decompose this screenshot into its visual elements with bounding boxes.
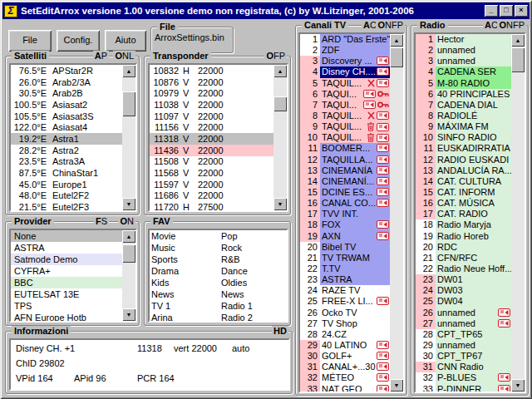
file-button[interactable]: File [8,30,52,52]
fav-row[interactable]: TV 1Radio 1 [150,300,287,312]
satellite-row[interactable]: 87.5°EChinaStar1 [11,167,122,179]
fav-row[interactable]: MusicRock [150,242,287,254]
tv-channel-row[interactable]: 7TAQUI... [300,100,390,111]
fav-tv-list-name[interactable]: News [151,289,221,299]
tv-channel-row[interactable]: 32MÉTEO [300,372,390,383]
radio-channel-row[interactable]: 7CADENA DIAL [416,100,511,111]
radio-channel-row[interactable]: 18Radio Maryja [416,219,511,230]
radio-channel-row[interactable]: 28CPT_TP65 [416,329,511,340]
tv-channel-row[interactable]: 21TV TRWAM [300,253,390,264]
provider-row[interactable]: None [11,230,122,242]
provider-row[interactable]: Satmode Demo [11,254,122,265]
fav-row[interactable]: ArinaRadio 2 [150,312,287,323]
transponders-list[interactable]: 10832H2200010876V2200010979V2200011038V2… [148,63,288,212]
radio-channel-row[interactable]: 15CAT. INFORM [416,187,511,198]
scroll-up-icon[interactable]: ▲ [390,34,403,47]
fav-row[interactable]: NewsNews [150,288,287,300]
tv-channel-row[interactable]: 8TAQUIL... [300,111,390,121]
fav-radio-list-name[interactable]: Rock [221,243,242,253]
provider-row[interactable]: TPS [11,300,122,312]
fav-tv-list-name[interactable]: Arina [151,313,221,323]
minimize-button[interactable]: _ [485,5,498,17]
tv-channel-row[interactable]: 31CANAL+...30 [300,362,390,372]
tv-channel-row[interactable]: 24RAZE TV [300,285,390,296]
tv-channel-row[interactable]: 11BOOMER... [300,143,390,154]
satellites-list[interactable]: 76.5°EAPStar2R26.0°EArab2/3A30.5°EArab2B… [9,63,137,212]
satellites-sort-onl[interactable]: ONL [113,51,135,61]
scrollbar-thumb[interactable] [122,91,135,116]
tv-channel-row[interactable]: 1ARD "Das Erste" [300,34,390,45]
satellite-row[interactable]: 23.5°EAstra3A [11,156,122,168]
tv-channel-row[interactable]: 4Disney CH.... [300,66,390,77]
transponder-row[interactable]: 11038V22000 [150,99,273,111]
provider-row[interactable]: BBC [11,277,122,288]
tv-channel-row[interactable]: 25FREE-X LI... [300,296,390,307]
tv-channel-row[interactable]: 16CANAL CO... [300,198,390,209]
radio-channel-row[interactable]: 31CNN Radio [416,362,511,372]
tv-channel-row[interactable]: 12TAQUILLA... [300,155,390,165]
provider-row[interactable]: AFN Europe Hotb [11,312,122,323]
radio-channel-list[interactable]: 1Hector2unnamed3unnamed4CADENA SER5M-80 … [414,32,526,393]
radio-channel-row[interactable]: 9MÁXIMA FM [416,121,511,132]
fav-tv-list-name[interactable]: TV 1 [151,301,221,311]
radio-channel-row[interactable]: 30CPT_TP67 [416,351,511,362]
radio-channel-row[interactable]: 12RADIO EUSKADI [416,155,511,165]
radio-channel-row[interactable]: 25DW04 [416,296,511,307]
satellite-row[interactable]: 100.5°EAsiasat2 [11,99,122,111]
scroll-down-icon[interactable]: ▼ [122,308,135,321]
radio-channel-row[interactable]: 20RDC [416,242,511,253]
tv-channel-row[interactable]: 19AXN [300,231,390,242]
scroll-down-icon[interactable]: ▼ [511,379,525,392]
scrollbar-thumb[interactable] [511,47,525,72]
transponder-row[interactable]: 10832H22000 [150,65,273,76]
tv-channel-row[interactable]: 13CINEMANÍA [300,165,390,176]
scrollbar-thumb[interactable] [273,96,287,111]
fav-tv-list-name[interactable]: Sports [151,254,221,264]
radio-channel-row[interactable]: 13ANDALUCÍA RA... [416,165,511,176]
satellite-row[interactable]: 21.5°EEutel2F3 [11,201,122,212]
fav-row[interactable]: KidsOldies [150,277,287,288]
radio-channel-row[interactable]: 10SINFO RADIO [416,132,511,143]
transponder-row[interactable]: 11508V22000 [150,156,273,168]
radio-channel-row[interactable]: 14CAT. CULTURA [416,176,511,187]
transponders-scrollbar[interactable]: ▲ ▼ [273,65,287,210]
tv-channel-row[interactable]: 6TAQUI... [300,89,390,100]
providers-scrollbar[interactable]: ▲ ▼ [122,230,135,321]
scroll-up-icon[interactable]: ▲ [122,65,135,77]
config-button[interactable]: Config. [57,30,100,52]
transponder-row[interactable]: 11318V22000 [150,133,273,145]
providers-sort-on[interactable]: ON [118,216,135,226]
tv-channel-row[interactable]: 9TAQUIL... [300,121,390,132]
fav-radio-list-name[interactable]: R&B [221,254,240,264]
tv-channel-row[interactable]: 23ASTRA [300,274,390,285]
radio-channel-row[interactable]: 1Hector [416,34,511,45]
tv-channel-list[interactable]: 1ARD "Das Erste"2ZDF3Discovery ... 4Disn… [298,32,405,393]
tv-channel-row[interactable]: 2940 LATINO [300,340,390,351]
help-button[interactable]: Aiuto [105,30,146,52]
satellite-row[interactable]: 45.0°EEurope1 [11,179,122,190]
tv-channel-row[interactable]: 17TVV INT. [300,209,390,219]
tv-channel-row[interactable]: 3Discovery ... [300,56,390,66]
tv-channel-row[interactable]: 10TAQUIL... [300,132,390,143]
radio-channel-row[interactable]: 3unnamed [416,56,511,66]
tv-channel-row[interactable]: 33NAT GEO [300,384,390,394]
satellites-scrollbar[interactable]: ▲ ▼ [122,65,135,210]
provider-row[interactable]: CYFRA+ [11,265,122,277]
provider-row[interactable]: ASTRA [11,242,122,254]
providers-list[interactable]: NoneASTRASatmode DemoCYFRA+BBCEUTELSAT 1… [9,229,137,323]
tv-channel-row[interactable]: 27TV Shop [300,318,390,329]
radio-channel-row[interactable]: 22Radio Neue Hoff... [416,264,511,274]
radio-channel-row[interactable]: 2unnamed [416,45,511,56]
providers-sort-fs[interactable]: FS [94,216,109,226]
provider-row[interactable]: EUTELSAT 13E [11,288,122,300]
transponder-row[interactable]: 11436V22000 [150,145,273,156]
scroll-down-icon[interactable]: ▼ [273,198,287,210]
transponder-row[interactable]: 11686V22000 [150,190,273,202]
fav-radio-list-name[interactable]: Pop [221,231,238,241]
radio-channel-row[interactable]: 33P-DINNER [416,384,511,394]
fav-tv-list-name[interactable]: Drama [151,266,221,276]
fav-tv-list-name[interactable]: Music [151,243,221,253]
radio-channel-row[interactable]: 16CAT. MÚSICA [416,198,511,209]
radio-channel-row[interactable]: 27unnamed [416,318,511,329]
satellite-row[interactable]: 122.0°EAsiasat4 [11,121,122,133]
